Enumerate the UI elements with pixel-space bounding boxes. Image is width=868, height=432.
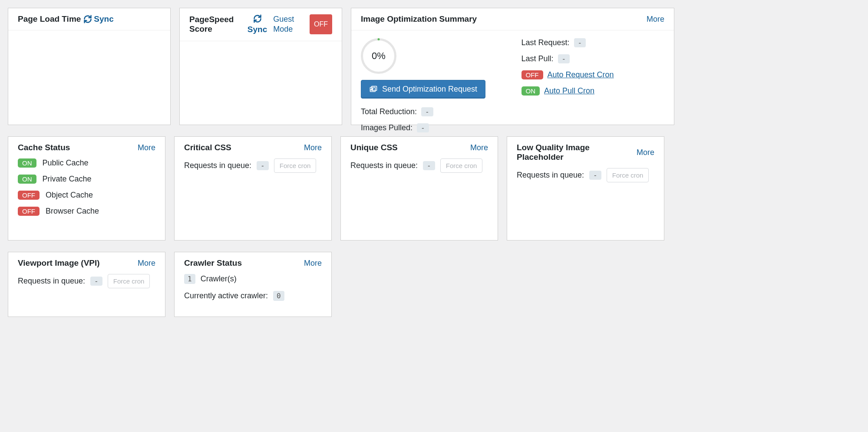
queue-label: Requests in queue:: [184, 161, 251, 170]
queue-label: Requests in queue:: [517, 171, 584, 180]
more-link[interactable]: More: [138, 259, 155, 268]
card-body: ON Public Cache ON Private Cache OFF Obj…: [8, 158, 165, 240]
page-load-title-text: Page Load Time: [18, 14, 81, 24]
sync-label: Sync: [94, 14, 113, 24]
cache-label: Object Cache: [46, 191, 93, 200]
auto-pull-status-badge: ON: [521, 86, 540, 96]
card-vpi: Viewport Image (VPI) More Requests in qu…: [8, 252, 165, 317]
guest-mode-link[interactable]: Guest Mode: [273, 14, 304, 35]
optimization-gauge: 0%: [361, 38, 396, 74]
force-cron-button[interactable]: Force cron: [440, 158, 483, 173]
card-header: Critical CSS More: [175, 137, 331, 158]
queue-value: -: [589, 171, 601, 180]
card-unique-css: Unique CSS More Requests in queue: - For…: [340, 136, 498, 241]
crawler-active-row: Currently active crawler: 0: [184, 291, 322, 301]
card-header: Crawler Status More: [175, 252, 331, 274]
auto-pull-cron-link[interactable]: Auto Pull Cron: [544, 86, 594, 96]
sync-label: Sync: [248, 25, 267, 34]
force-cron-button[interactable]: Force cron: [274, 158, 317, 173]
queue-value: -: [423, 161, 435, 170]
card-header: Image Optimization Summary More: [351, 8, 674, 30]
last-pull-label: Last Pull:: [521, 54, 554, 63]
more-link[interactable]: More: [304, 143, 322, 152]
last-pull-value: -: [558, 54, 570, 63]
card-header: Cache Status More: [8, 137, 165, 158]
queue-value: -: [90, 277, 102, 286]
queue-label: Requests in queue:: [18, 277, 85, 286]
queue-row: Requests in queue: - Force cron: [184, 158, 322, 173]
force-cron-button[interactable]: Force cron: [108, 274, 150, 288]
last-request-label: Last Request:: [521, 38, 570, 47]
sync-button[interactable]: Sync: [248, 14, 267, 34]
guest-mode-status-badge: OFF: [310, 14, 332, 34]
critical-css-title: Critical CSS: [184, 143, 231, 152]
card-page-load-time: Page Load Time Sync: [8, 8, 171, 125]
sync-icon: [253, 14, 262, 23]
send-optimization-request-button[interactable]: Send Optimization Request: [361, 80, 485, 99]
crawler-count-value: 1: [184, 274, 195, 284]
card-header: Low Quality Image Placeholder More: [507, 137, 664, 168]
card-pagespeed-score: PageSpeed Score Sync Guest Mode OFF: [179, 8, 342, 125]
crawler-active-label: Currently active crawler:: [184, 291, 268, 300]
queue-row: Requests in queue: - Force cron: [350, 158, 488, 173]
card-image-optimization: Image Optimization Summary More 0% Send …: [351, 8, 674, 125]
cache-row-browser: OFF Browser Cache: [18, 207, 155, 216]
card-header: Page Load Time Sync: [8, 8, 170, 30]
more-link[interactable]: More: [637, 148, 654, 157]
cache-label: Private Cache: [43, 175, 92, 184]
crawler-count-row: 1 Crawler(s): [184, 274, 322, 284]
cache-status-title: Cache Status: [18, 143, 70, 152]
crawler-count-label: Crawler(s): [201, 274, 237, 284]
button-label: Send Optimization Request: [382, 85, 477, 94]
cache-status-badge: OFF: [18, 207, 40, 216]
cache-label: Browser Cache: [46, 207, 99, 216]
sync-icon: [83, 15, 92, 23]
queue-value: -: [257, 161, 269, 170]
cache-row-object: OFF Object Cache: [18, 191, 155, 200]
card-header: PageSpeed Score Sync Guest Mode OFF: [180, 8, 342, 41]
more-link[interactable]: More: [304, 259, 322, 268]
image-opt-title: Image Optimization Summary: [361, 14, 477, 24]
sync-button[interactable]: Sync: [83, 14, 113, 24]
card-critical-css: Critical CSS More Requests in queue: - F…: [174, 136, 332, 241]
more-link[interactable]: More: [470, 143, 488, 152]
card-body-empty: [180, 41, 342, 125]
pagespeed-title: PageSpeed Score: [189, 15, 241, 34]
image-opt-left: 0% Send Optimization Request Total Reduc…: [361, 38, 504, 139]
card-body: Requests in queue: - Force cron: [341, 158, 498, 240]
card-cache-status: Cache Status More ON Public Cache ON Pri…: [8, 136, 165, 241]
vpi-title: Viewport Image (VPI): [18, 258, 100, 268]
images-pulled-label: Images Pulled:: [361, 123, 413, 132]
cache-status-badge: OFF: [18, 191, 40, 200]
auto-request-status-badge: OFF: [521, 70, 543, 79]
more-link[interactable]: More: [138, 143, 155, 152]
more-link[interactable]: More: [647, 15, 664, 24]
svg-point-2: [372, 88, 373, 89]
crawler-title: Crawler Status: [184, 258, 242, 268]
card-header: Unique CSS More: [341, 137, 498, 158]
card-lqip: Low Quality Image Placeholder More Reque…: [507, 136, 664, 241]
images-pulled-value: -: [417, 123, 429, 132]
auto-request-cron-link[interactable]: Auto Request Cron: [548, 70, 614, 79]
card-body-empty: [8, 30, 170, 125]
cache-label: Public Cache: [43, 158, 89, 168]
queue-label: Requests in queue:: [350, 161, 418, 170]
cache-status-badge: ON: [18, 175, 36, 184]
force-cron-button[interactable]: Force cron: [607, 168, 649, 182]
lqip-title: Low Quality Image Placeholder: [517, 143, 633, 162]
crawler-active-value: 0: [273, 291, 284, 301]
queue-row: Requests in queue: - Force cron: [517, 168, 654, 182]
page-title: Page Load Time Sync: [18, 14, 114, 24]
images-icon: [369, 85, 378, 94]
card-body: 1 Crawler(s) Currently active crawler: 0: [175, 274, 331, 317]
card-header: Viewport Image (VPI) More: [8, 252, 165, 274]
total-reduction-label: Total Reduction:: [361, 107, 417, 116]
cache-status-badge: ON: [18, 158, 36, 168]
queue-row: Requests in queue: - Force cron: [18, 274, 155, 288]
card-crawler-status: Crawler Status More 1 Crawler(s) Current…: [174, 252, 332, 317]
gauge-value: 0%: [372, 50, 386, 62]
card-body: 0% Send Optimization Request Total Reduc…: [351, 30, 674, 147]
image-opt-right: Last Request: - Last Pull: - OFF Auto Re…: [521, 38, 665, 102]
card-body: Requests in queue: - Force cron: [507, 168, 664, 240]
unique-css-title: Unique CSS: [350, 143, 398, 152]
